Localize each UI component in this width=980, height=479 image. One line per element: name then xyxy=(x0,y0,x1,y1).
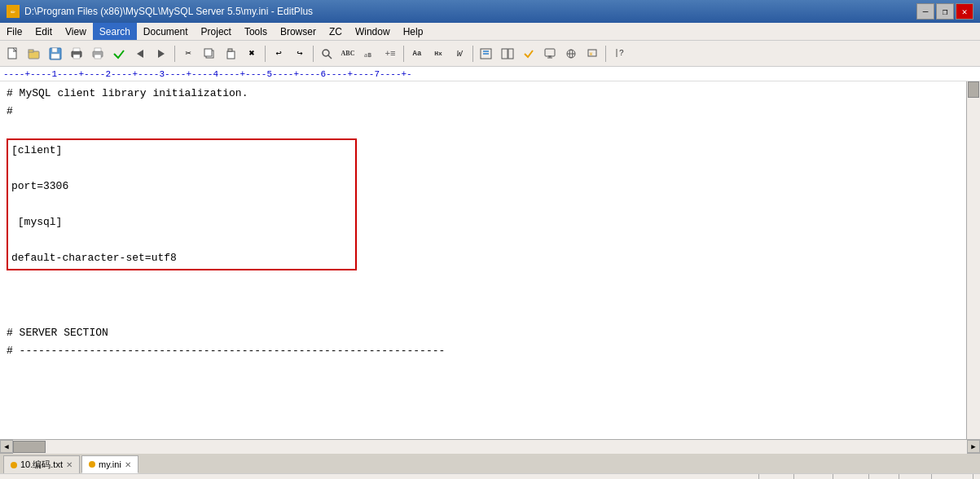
menu-file[interactable]: File xyxy=(0,23,29,40)
menu-document[interactable]: Document xyxy=(137,23,195,40)
svg-rect-15 xyxy=(204,49,212,56)
toolbar-tab1[interactable] xyxy=(477,44,496,64)
svg-text:W: W xyxy=(590,52,592,57)
menu-bar: File Edit View Search Document Project T… xyxy=(0,23,980,41)
svg-rect-2 xyxy=(29,50,33,52)
toolbar-print2[interactable] xyxy=(88,44,108,64)
svg-rect-4 xyxy=(52,48,57,52)
code-line-server: # SERVER SECTION xyxy=(7,324,960,342)
code-line-blank1 xyxy=(11,160,352,178)
toolbar-open[interactable] xyxy=(24,44,44,64)
status-ln: ln 1 xyxy=(759,474,794,479)
status-help: For Help, press F1 xyxy=(7,474,759,479)
menu-project[interactable]: Project xyxy=(195,23,238,40)
toolbar-save[interactable] xyxy=(46,44,65,64)
ruler-text: ----+----1----+----2----+----3----+----4… xyxy=(3,69,412,79)
toolbar-sep6 xyxy=(605,46,606,62)
toolbar-redo[interactable]: ↪ xyxy=(290,44,310,64)
editor-content: # MySQL client library initialization. #… xyxy=(0,81,980,439)
editor-textarea[interactable]: # MySQL client library initialization. #… xyxy=(0,81,966,439)
svg-rect-25 xyxy=(508,49,513,59)
code-line-blank5 xyxy=(7,288,960,306)
svg-text:aʙ: aʙ xyxy=(364,51,371,59)
code-line-client: [client] xyxy=(11,142,352,160)
menu-window[interactable]: Window xyxy=(349,23,397,40)
toolbar-monitor[interactable] xyxy=(540,44,560,64)
toolbar-copy[interactable] xyxy=(200,44,219,64)
toolbar-sep5 xyxy=(472,46,473,62)
title-bar-left: ✏ D:\Program Files (x86)\MySQL\MySQL Ser… xyxy=(7,5,313,18)
toolbar-check[interactable] xyxy=(109,44,129,64)
maximize-button[interactable]: ❐ xyxy=(936,3,954,20)
toolbar-print[interactable] xyxy=(67,44,86,64)
svg-rect-24 xyxy=(502,49,508,59)
scroll-left-btn[interactable]: ◀ xyxy=(0,440,13,453)
menu-tools[interactable]: Tools xyxy=(238,23,274,40)
menu-search[interactable]: Search xyxy=(93,23,137,40)
code-line-dashes: # --------------------------------------… xyxy=(7,342,960,360)
toolbar-spell[interactable]: aʙ xyxy=(359,44,379,64)
toolbar-help[interactable]: |? xyxy=(609,44,629,64)
menu-zc[interactable]: ZC xyxy=(323,23,349,40)
toolbar-checkmark[interactable] xyxy=(519,44,538,64)
status-col: col 1 xyxy=(794,474,833,479)
toolbar-undo[interactable]: ↩ xyxy=(269,44,288,64)
scrollbar-vertical[interactable] xyxy=(966,81,980,439)
toolbar-tab2[interactable] xyxy=(498,44,517,64)
menu-browser[interactable]: Browser xyxy=(274,23,323,40)
toolbar: ✂ ✖ ↩ ↪ ABC aʙ +≡ Aa Hx W xyxy=(0,41,980,67)
toolbar-word-wrap[interactable]: W xyxy=(450,44,469,64)
code-line-blank6 xyxy=(7,306,960,324)
menu-help[interactable]: Help xyxy=(397,23,430,40)
tab-label-myini: my.ini xyxy=(99,459,121,469)
toolbar-find[interactable] xyxy=(317,44,336,64)
svg-marker-12 xyxy=(137,50,143,58)
toolbar-sep1 xyxy=(174,46,175,62)
toolbar-delete[interactable]: ✖ xyxy=(242,44,261,64)
toolbar-sep4 xyxy=(403,46,404,62)
svg-rect-16 xyxy=(227,51,235,59)
toolbar-we2[interactable]: W xyxy=(582,44,602,64)
toolbar-arrow-left[interactable] xyxy=(130,44,150,64)
close-button[interactable]: ✕ xyxy=(956,3,973,20)
editor-container: ----+----1----+----2----+----3----+----4… xyxy=(0,67,980,439)
ruler: ----+----1----+----2----+----3----+----4… xyxy=(0,67,980,81)
status-lines: 23 xyxy=(869,474,899,479)
scroll-right-btn[interactable]: ▶ xyxy=(967,440,980,453)
menu-view[interactable]: View xyxy=(59,23,93,40)
scrollbar-h-thumb[interactable] xyxy=(13,441,46,453)
tab-close-encoding[interactable]: ✕ xyxy=(66,460,73,469)
code-line-blank4 xyxy=(7,270,960,288)
toolbar-sep3 xyxy=(313,46,314,62)
status-bar: For Help, press F1 ln 1 col 1 213 23 PC … xyxy=(0,473,980,479)
tab-myini[interactable]: my.ini ✕ xyxy=(81,455,138,473)
toolbar-web[interactable] xyxy=(561,44,581,64)
toolbar-paste[interactable] xyxy=(221,44,240,64)
scrollbar-h-track xyxy=(13,440,967,454)
code-line-charset: default-character-set=utf8 xyxy=(11,249,352,267)
status-charset: ANSI xyxy=(932,474,973,479)
code-line-2: # xyxy=(7,103,960,121)
svg-marker-13 xyxy=(158,50,165,58)
title-buttons[interactable]: — ❐ ✕ xyxy=(916,3,973,20)
window-title: D:\Program Files (x86)\MySQL\MySQL Serve… xyxy=(24,6,313,17)
scrollbar-thumb[interactable] xyxy=(968,81,979,98)
status-chars: 213 xyxy=(833,474,868,479)
toolbar-plus[interactable]: +≡ xyxy=(380,44,400,64)
toolbar-abc[interactable]: ABC xyxy=(338,44,358,64)
toolbar-font-size[interactable]: Aa xyxy=(407,44,427,64)
toolbar-cut[interactable]: ✂ xyxy=(178,44,198,64)
toolbar-hex[interactable]: Hx xyxy=(428,44,448,64)
toolbar-new[interactable] xyxy=(3,44,23,64)
menu-edit[interactable]: Edit xyxy=(29,23,59,40)
scrollbar-horizontal-area: ◀ ▶ xyxy=(0,439,980,453)
code-line-blank3 xyxy=(11,231,352,249)
minimize-button[interactable]: — xyxy=(916,3,934,20)
svg-point-18 xyxy=(323,50,329,56)
code-line-blank2 xyxy=(11,196,352,213)
toolbar-arrow-right[interactable] xyxy=(152,44,171,64)
svg-rect-17 xyxy=(228,49,232,51)
tab-encoding[interactable]: 10.编码.txt ✕ xyxy=(3,455,80,473)
toolbar-sep2 xyxy=(265,46,266,62)
tab-close-myini[interactable]: ✕ xyxy=(125,460,131,469)
